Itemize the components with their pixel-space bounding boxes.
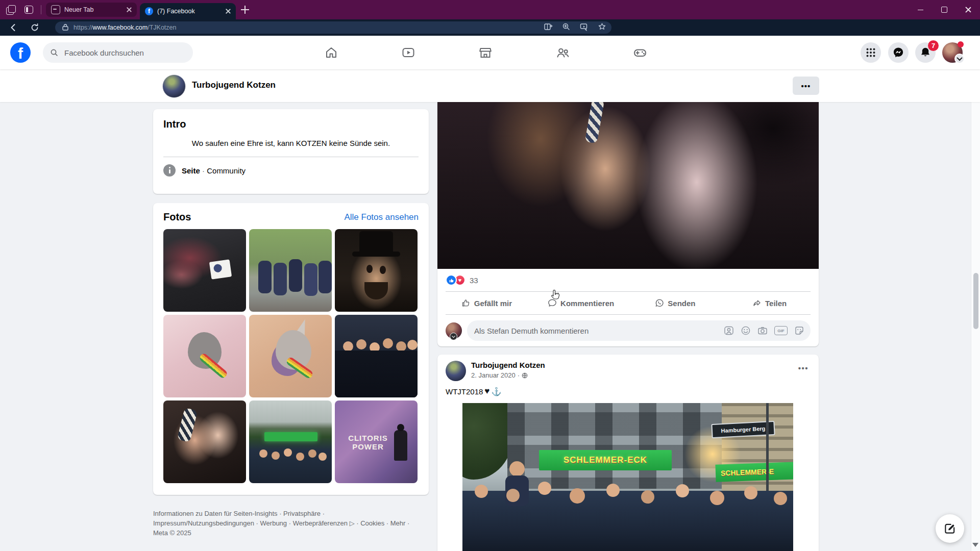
sticker-icon[interactable]: [794, 325, 804, 336]
account-avatar[interactable]: [942, 42, 963, 63]
browser-toolbar: https://www.facebook.com/TJKotzen G ✓ J …: [0, 19, 980, 36]
photo-pavement-sticker[interactable]: [163, 229, 246, 312]
footer-links[interactable]: Informationen zu Daten für Seiten-Insigh…: [153, 509, 426, 538]
nav-marketplace-icon[interactable]: [478, 45, 493, 60]
nav-groups-icon[interactable]: [556, 45, 570, 60]
tree: [462, 403, 513, 480]
refresh-icon[interactable]: [30, 22, 40, 33]
reaction-count: 33: [470, 276, 478, 285]
black-heart-emoji: ♥: [484, 386, 489, 396]
nav-gaming-icon[interactable]: [633, 45, 647, 60]
new-tab-button[interactable]: [241, 6, 249, 14]
scroll-down-arrow-icon[interactable]: [972, 543, 978, 547]
photo-mural[interactable]: CLITORISPOWER: [335, 400, 418, 483]
scrollbar-thumb[interactable]: [973, 273, 978, 329]
category-value: Community: [207, 166, 246, 175]
tab-label: (7) Facebook: [157, 8, 220, 15]
compose-button[interactable]: [936, 514, 964, 543]
notifications-button[interactable]: 7: [915, 42, 936, 63]
intro-divider: [163, 157, 419, 157]
shop-sign-right: SCHLEMMER-E: [715, 462, 793, 482]
nav-watch-icon[interactable]: [401, 45, 415, 60]
see-all-photos-link[interactable]: Alle Fotos ansehen: [344, 212, 419, 222]
photos-heading: Fotos: [163, 211, 191, 223]
tab-label: Neuer Tab: [64, 6, 121, 13]
commenter-avatar[interactable]: [446, 322, 462, 339]
notification-badge: 7: [928, 40, 939, 51]
tabbar-divider: [41, 5, 41, 14]
intro-card: Intro Wo saufen eine Ehre ist, kann KOTZ…: [153, 109, 429, 194]
search-bar[interactable]: [43, 42, 193, 63]
photos-card: Fotos Alle Fotos ansehen CLITORISPOWER: [153, 203, 429, 495]
comment-button[interactable]: Kommentieren: [534, 292, 628, 314]
comment-composer: Als Stefan Demuth kommentieren GIF: [437, 315, 819, 346]
window-maximize-button[interactable]: [933, 0, 956, 19]
page-more-button[interactable]: •••: [793, 77, 819, 95]
tab-close-icon[interactable]: [226, 9, 231, 14]
post-photo-street[interactable]: SCHLEMMER-ECK SCHLEMMER-E Hamburger Berg: [462, 403, 793, 551]
like-reaction-icon: [446, 274, 457, 286]
tab-close-icon[interactable]: [127, 7, 132, 12]
window-minimize-button[interactable]: [909, 0, 932, 19]
url-path: /TJKotzen: [148, 24, 176, 31]
url-scheme: https://: [74, 24, 93, 31]
photo-kissing-couple[interactable]: [163, 400, 246, 483]
facebook-logo[interactable]: f: [10, 42, 31, 63]
nav-home-icon[interactable]: [324, 45, 338, 60]
like-button[interactable]: Gefällt mir: [439, 292, 534, 314]
share-button[interactable]: Teilen: [722, 292, 817, 314]
page-avatar[interactable]: [162, 74, 186, 98]
page-scrollbar[interactable]: [971, 36, 980, 551]
post-photo-kiss[interactable]: [437, 102, 819, 269]
photo-tattoo-unicorn-skull[interactable]: [163, 315, 246, 397]
photo-tattoo-rainbow[interactable]: [249, 315, 332, 397]
gif-icon[interactable]: GIF: [774, 326, 788, 335]
split-screen-icon[interactable]: [544, 22, 553, 33]
post-author-name[interactable]: Turbojugend Kotzen: [471, 361, 545, 370]
messenger-icon: [892, 46, 904, 59]
window-close-button[interactable]: [957, 0, 980, 19]
camera-icon[interactable]: [757, 325, 768, 336]
search-input[interactable]: [63, 48, 178, 58]
comment-input[interactable]: Als Stefan Demuth kommentieren GIF: [467, 320, 811, 341]
post-more-button[interactable]: •••: [798, 364, 808, 372]
comment-placeholder: Als Stefan Demuth kommentieren: [474, 327, 589, 335]
comment-label: Kommentieren: [560, 299, 614, 308]
browser-tab-new-tab[interactable]: Neuer Tab: [46, 3, 137, 17]
post-date[interactable]: 2. Januar 2020: [471, 371, 516, 379]
intro-motto: Wo saufen eine Ehre ist, kann KOTZEN kei…: [163, 138, 419, 148]
photo-street-crowd[interactable]: [249, 400, 332, 483]
post-card: Turbojugend Kotzen 2. Januar 2020 · ••• …: [437, 355, 819, 551]
back-icon[interactable]: [8, 22, 18, 33]
vertical-tabs-icon[interactable]: [24, 6, 33, 14]
send-whatsapp-icon: [655, 298, 664, 308]
photo-group-night[interactable]: [335, 315, 418, 397]
photo-group-park[interactable]: [249, 229, 332, 312]
apps-menu-button[interactable]: [861, 42, 881, 63]
browser-tab-facebook[interactable]: f (7) Facebook: [140, 3, 236, 19]
post-meta: 2. Januar 2020 ·: [471, 371, 545, 379]
search-icon: [50, 48, 58, 57]
messenger-button[interactable]: [888, 42, 909, 63]
web-capture-icon[interactable]: [580, 22, 589, 33]
mural-text-line2: POWER: [352, 442, 384, 451]
post-author-avatar[interactable]: [446, 361, 466, 381]
favorite-star-icon[interactable]: [598, 22, 606, 33]
reactions-row[interactable]: ♥ 33: [437, 269, 819, 291]
photo-tophat-makeup[interactable]: [335, 229, 418, 312]
screen: Neuer Tab f (7) Facebook https://www.fac…: [0, 0, 980, 551]
zoom-icon[interactable]: [562, 22, 571, 33]
browser-tab-bar: Neuer Tab f (7) Facebook: [0, 0, 980, 19]
share-label: Teilen: [765, 299, 787, 308]
avatar-chevron-icon: [450, 333, 457, 340]
send-button[interactable]: Senden: [628, 292, 723, 314]
share-arrow-icon: [752, 298, 762, 308]
tab-actions-icon[interactable]: [6, 5, 16, 15]
facebook-header: f 7: [0, 36, 980, 69]
avatar-sticker-icon[interactable]: [724, 325, 734, 336]
crowd: [462, 491, 793, 551]
post-card: ♥ 33 Gefällt mir Kommentieren Senden Tei…: [437, 102, 819, 346]
post-actions: Gefällt mir Kommentieren Senden Teilen: [439, 292, 817, 314]
url-bar[interactable]: https://www.facebook.com/TJKotzen: [55, 21, 611, 34]
emoji-icon[interactable]: [741, 325, 751, 336]
